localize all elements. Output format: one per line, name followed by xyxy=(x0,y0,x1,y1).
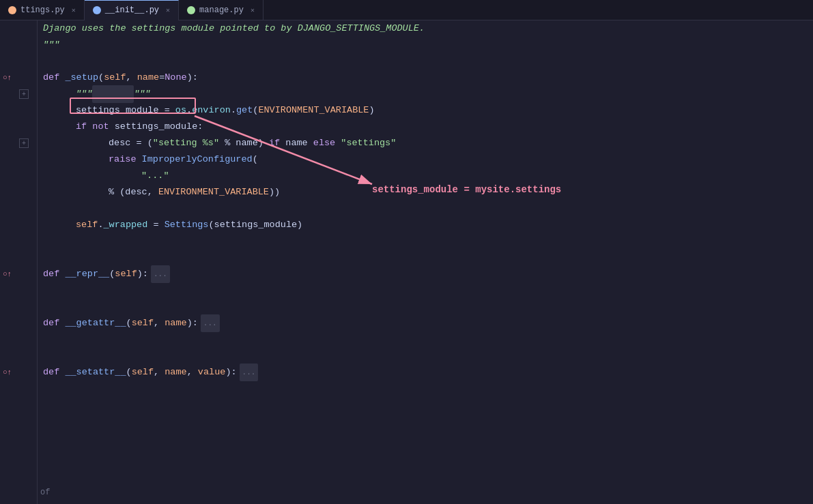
gutter-row-7 xyxy=(0,119,37,135)
gutter-row-5: + xyxy=(0,86,37,102)
attr-environ: environ xyxy=(192,102,231,119)
op-comma-2: , xyxy=(147,184,158,201)
var-desc: desc xyxy=(109,135,137,151)
op-dot-2: . xyxy=(231,102,236,119)
gutter-row-6 xyxy=(0,102,37,119)
expand-btn-8[interactable]: + xyxy=(19,138,29,148)
op-paren-ga-1: ( xyxy=(126,315,132,331)
gutter-row-17 xyxy=(0,282,37,299)
gutter-row-11 xyxy=(0,184,37,201)
tab-icon-init xyxy=(93,6,101,14)
code-line-raise: raise ImproperlyConfigured( xyxy=(43,151,813,168)
tab-label-settings: ttings.py xyxy=(20,5,65,15)
op-paren-6: ( xyxy=(208,217,214,233)
line-gutter: ○↑ + + xyxy=(0,20,38,504)
param-value-sa: value xyxy=(198,364,226,381)
op-assign-1: = xyxy=(159,102,175,119)
var-self-1: self xyxy=(76,217,98,233)
gutter-row-2 xyxy=(0,37,37,53)
str-setting: "setting %s" xyxy=(153,135,219,151)
op-paren-repr-1: ( xyxy=(109,266,115,282)
op-paren-sa-1: ( xyxy=(126,364,132,381)
op-paren-sa-2: ): xyxy=(225,364,236,381)
code-line-blank-6 xyxy=(43,299,813,315)
op-paren-close-5: )) xyxy=(269,184,280,201)
tab-icon-manage xyxy=(187,6,195,14)
gutter-row-12 xyxy=(0,201,37,217)
param-name-1: name xyxy=(137,70,159,86)
docstring-text: Django uses the settings module pointed … xyxy=(43,20,425,37)
tab-label-manage: manage.py xyxy=(199,5,244,15)
param-name-sa: name xyxy=(165,364,186,381)
kw-if-2: if xyxy=(269,135,285,151)
var-settings-module: settings_module xyxy=(76,102,159,119)
param-self-1: self xyxy=(104,70,126,86)
breakpoint-icon-setattr: ○↑ xyxy=(3,368,12,376)
var-desc-2: desc xyxy=(125,184,147,201)
code-line-string-dots: "..." xyxy=(43,168,813,184)
gutter-row-8: + xyxy=(0,135,37,151)
fn-settings: Settings xyxy=(165,217,209,233)
kw-not: not xyxy=(92,119,114,135)
op-assign-2: = xyxy=(137,135,147,151)
fn-getattr: __getattr__ xyxy=(65,315,126,331)
tab-bar: ttings.py ✕ __init__.py ✕ manage.py ✕ xyxy=(0,0,813,20)
op-paren-3: ( xyxy=(147,135,153,151)
kw-def-setattr: def xyxy=(43,364,65,381)
code-line-docstring: Django uses the settings module pointed … xyxy=(43,20,813,37)
code-line-blank-5 xyxy=(43,282,813,299)
code-line-blank-4 xyxy=(43,250,813,266)
kw-def-setup: def xyxy=(43,70,65,86)
op-paren-4: ( xyxy=(253,151,258,168)
kw-raise: raise xyxy=(109,151,142,168)
op-paren-1: ( xyxy=(98,70,104,86)
op-comma-ga: , xyxy=(154,315,165,331)
kw-def-repr: def xyxy=(43,266,65,282)
gutter-row-19 xyxy=(0,315,37,331)
str-settings: "settings" xyxy=(341,135,396,151)
gutter-row-13 xyxy=(0,217,37,233)
env-var-1: ENVIRONMENT_VARIABLE xyxy=(258,102,369,119)
tab-close-init[interactable]: ✕ xyxy=(166,6,170,14)
code-line-blank-3 xyxy=(43,233,813,250)
code-line-def-setup: def _setup(self, name=None): xyxy=(43,70,813,86)
code-area[interactable]: Django uses the settings module pointed … xyxy=(38,20,813,504)
code-line-docstring-close: """ xyxy=(43,37,813,53)
env-var-2: ENVIRONMENT_VARIABLE xyxy=(158,184,269,201)
op-mod-1: % xyxy=(219,135,236,151)
fn-setattr: __setattr__ xyxy=(65,364,126,381)
bottom-text-of: of xyxy=(38,488,50,497)
code-line-docstring-inner: """ """ xyxy=(43,86,813,102)
code-line-blank-7 xyxy=(43,331,813,348)
expand-btn-5[interactable]: + xyxy=(19,89,29,99)
ellipsis-badge-1 xyxy=(92,85,134,103)
op-comma-1: , xyxy=(126,70,137,86)
code-line-blank-2 xyxy=(43,201,813,217)
op-dot-1: . xyxy=(186,102,192,119)
breakpoint-icon-setup: ○↑ xyxy=(3,74,12,82)
ellipsis-getattr: ... xyxy=(201,314,220,332)
tab-init-py[interactable]: __init__.py ✕ xyxy=(85,0,179,20)
gutter-row-3 xyxy=(0,53,37,70)
tab-close-manage[interactable]: ✕ xyxy=(251,6,255,14)
annotation-label: settings_module = mysite.settings xyxy=(372,184,561,195)
kw-if: if xyxy=(76,119,92,135)
op-mod-2: % xyxy=(109,184,119,201)
param-self-sa: self xyxy=(132,364,154,381)
op-paren-close-1: ): xyxy=(187,70,198,86)
gutter-row-15 xyxy=(0,250,37,266)
op-paren-close-2: ) xyxy=(369,102,374,119)
code-line-settings-module: settings_module = os.environ.get(ENVIRON… xyxy=(43,102,813,119)
attr-os: os xyxy=(175,102,186,119)
tab-manage-py[interactable]: manage.py ✕ xyxy=(179,0,263,20)
op-colon-1: : xyxy=(197,119,203,135)
tab-settings-py[interactable]: ttings.py ✕ xyxy=(0,0,85,20)
op-paren-close-3: ) xyxy=(258,135,269,151)
gutter-row-18 xyxy=(0,299,37,315)
fn-setup: _setup xyxy=(65,70,98,86)
tab-close-settings[interactable]: ✕ xyxy=(72,6,76,14)
op-eq-1: = xyxy=(159,70,165,86)
gutter-row-20 xyxy=(0,331,37,348)
var-settings-module-3: settings_module xyxy=(214,217,298,233)
code-line-wrapped: self._wrapped = Settings(settings_module… xyxy=(43,217,813,233)
